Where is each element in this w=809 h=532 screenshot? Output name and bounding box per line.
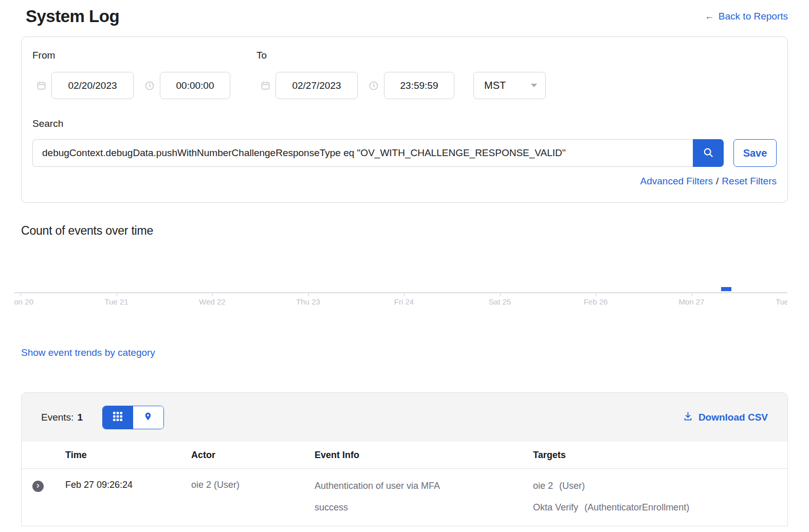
download-csv-label: Download CSV: [698, 412, 768, 423]
datetime-filter-row: From To: [32, 50, 777, 99]
events-toolbar: Events: 1 Download CS: [22, 393, 787, 442]
actor-type: (User): [214, 480, 240, 490]
grid-icon: [113, 411, 123, 423]
target-line: Okta Verify (AuthenticatorEnrollment): [533, 501, 787, 514]
target-name: Okta Verify: [533, 502, 578, 512]
filter-links: Advanced Filters/Reset Filters: [32, 176, 777, 187]
from-label: From: [32, 50, 252, 61]
save-button[interactable]: Save: [733, 139, 777, 167]
download-csv-link[interactable]: Download CSV: [683, 411, 768, 424]
to-date-input[interactable]: [275, 72, 358, 99]
axis-tick: [596, 293, 596, 296]
event-count-bar[interactable]: [721, 287, 731, 291]
targets-column-header: Targets: [533, 442, 787, 469]
event-actor: oie 2 (User): [191, 469, 315, 526]
search-button[interactable]: [693, 139, 724, 167]
to-label: To: [256, 50, 454, 61]
axis-tick: [692, 293, 692, 296]
target-type: (AuthenticatorEnrollment): [584, 502, 689, 512]
events-table: Time Actor Event Info Targets Feb: [22, 442, 787, 526]
links-separator: /: [716, 176, 719, 186]
view-toggle: [102, 406, 164, 429]
axis-tick-label: Fri 24: [394, 297, 414, 306]
to-time-input[interactable]: [384, 72, 454, 99]
events-over-time-chart: Mon 20Tue 21Wed 22Thu 23Fri 24Sat 25Feb …: [14, 240, 787, 308]
search-label: Search: [32, 118, 777, 129]
axis-tick: [117, 293, 117, 296]
axis-tick: [500, 293, 501, 296]
event-targets: oie 2 (User) Okta Verify (AuthenticatorE…: [533, 469, 787, 526]
events-card: Events: 1 Download CS: [21, 392, 788, 526]
axis-tick-label: Sat 25: [489, 297, 511, 306]
table-view-button[interactable]: [103, 406, 133, 429]
chart-x-axis-line: [14, 292, 787, 293]
event-info-line-1: Authentication of user via MFA: [315, 480, 533, 492]
axis-tick-label: Tue 21: [104, 297, 128, 306]
timezone-value: MST: [484, 80, 506, 91]
axis-tick-label: Mon 20: [14, 297, 33, 306]
back-to-reports-link[interactable]: ← Back to Reports: [705, 11, 788, 22]
event-info-column-header: Event Info: [315, 442, 533, 469]
axis-tick: [212, 293, 213, 296]
chevron-down-icon: [531, 84, 537, 87]
events-count: Events: 1: [41, 412, 83, 423]
advanced-filters-link[interactable]: Advanced Filters: [640, 176, 713, 186]
from-time-input[interactable]: [160, 72, 230, 99]
time-column-header: Time: [65, 442, 191, 469]
target-name: oie 2: [533, 481, 553, 491]
event-time: Feb 27 09:26:24: [65, 469, 191, 526]
from-date-input[interactable]: [51, 72, 134, 99]
events-table-header-row: Time Actor Event Info Targets: [22, 442, 787, 469]
reset-filters-link[interactable]: Reset Filters: [722, 176, 777, 186]
axis-tick-label: Wed 22: [199, 297, 225, 306]
clock-icon: [144, 81, 155, 91]
axis-tick: [404, 293, 404, 296]
axis-tick-label: Feb 26: [584, 297, 608, 306]
filter-card: From To: [21, 36, 788, 203]
axis-tick-label: Tue 28: [776, 297, 787, 306]
events-count-label: Events:: [41, 412, 73, 423]
actor-name: oie 2: [191, 480, 211, 490]
to-group: To: [256, 50, 454, 99]
expand-row-button[interactable]: [32, 481, 44, 492]
timezone-select[interactable]: MST: [473, 72, 546, 99]
calendar-icon: [36, 81, 46, 90]
expander-column-header: [22, 442, 65, 469]
system-log-page: System Log ← Back to Reports From: [0, 0, 809, 526]
axis-tick: [21, 293, 21, 296]
axis-tick-label: Mon 27: [678, 297, 704, 306]
actor-column-header: Actor: [191, 442, 315, 469]
back-arrow-icon: ←: [705, 11, 714, 22]
page-title: System Log: [26, 7, 119, 26]
download-icon: [683, 411, 693, 424]
axis-tick: [308, 293, 309, 296]
target-type: (User): [559, 481, 585, 491]
chart-heading: Count of events over time: [21, 224, 788, 238]
axis-tick-label: Thu 23: [296, 297, 320, 306]
show-event-trends-link[interactable]: Show event trends by category: [21, 347, 155, 358]
location-pin-icon: [143, 411, 153, 423]
target-line: oie 2 (User): [533, 480, 787, 492]
calendar-icon: [261, 81, 270, 90]
back-to-reports-label: Back to Reports: [719, 11, 788, 22]
event-info-line-2: success: [315, 501, 533, 514]
events-count-value: 1: [77, 412, 83, 423]
table-row: Feb 27 09:26:24 oie 2 (User) Authenticat…: [22, 469, 787, 526]
clock-icon: [369, 81, 379, 91]
search-row: Save: [32, 139, 777, 167]
search-icon: [703, 147, 714, 160]
page-header: System Log ← Back to Reports: [21, 0, 788, 26]
chevron-right-icon: [35, 483, 41, 490]
map-view-button[interactable]: [133, 406, 163, 429]
event-info: Authentication of user via MFA success: [315, 469, 533, 526]
search-input[interactable]: [32, 139, 693, 167]
from-group: From: [32, 50, 252, 99]
